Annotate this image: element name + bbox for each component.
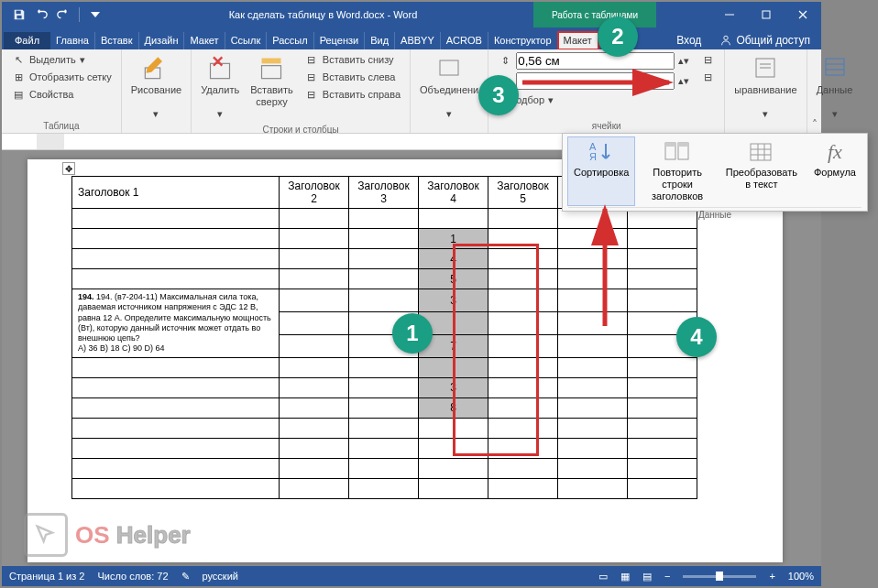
svg-rect-1 xyxy=(16,16,21,19)
save-button[interactable] xyxy=(9,5,29,25)
tab-review[interactable]: Рецензи xyxy=(314,32,366,49)
svg-rect-21 xyxy=(751,144,771,160)
cursor-icon: ↖ xyxy=(11,52,26,67)
svg-rect-6 xyxy=(262,66,281,79)
svg-rect-20 xyxy=(678,143,688,147)
svg-text:Я: Я xyxy=(589,151,597,162)
insert-above-icon xyxy=(257,53,286,82)
document-table[interactable]: Заголовок 1 Заголовок 2 Заголовок 3 Заго… xyxy=(71,176,697,499)
data-dropdown-panel: АЯ Сортировка Повторить строки заголовко… xyxy=(562,133,868,212)
sort-icon: АЯ xyxy=(587,139,616,165)
zoom-slider[interactable] xyxy=(683,575,756,578)
badge-3: 3 xyxy=(478,75,519,115)
delete-button[interactable]: Удалить▾ xyxy=(197,51,243,123)
badge-1: 1 xyxy=(392,313,433,354)
tab-table-design[interactable]: Конструктор xyxy=(488,32,558,49)
qat-customize[interactable] xyxy=(85,5,105,25)
svg-point-3 xyxy=(724,36,728,39)
page-indicator[interactable]: Страница 1 из 2 xyxy=(9,571,84,582)
ribbon-tabs: Файл Главна Вставк Дизайн Макет Ссылк Ра… xyxy=(2,27,821,49)
tab-view[interactable]: Вид xyxy=(365,32,395,49)
properties-icon: ▤ xyxy=(11,87,26,102)
row-height-input[interactable]: ⇕ ▴▾ xyxy=(494,51,693,71)
convert-to-text-button[interactable]: Преобразовать в текст xyxy=(720,137,803,205)
spellcheck-icon[interactable]: ✎ xyxy=(181,571,190,583)
repeat-headers-icon xyxy=(663,139,692,165)
group-cellsize-label: ячейки xyxy=(494,119,719,133)
autofit-button[interactable]: ⊞одбор ▾ xyxy=(494,92,693,108)
view-web[interactable]: ▤ xyxy=(642,571,652,583)
table-tools-contextual: Работа с таблицами xyxy=(533,2,656,27)
language-indicator[interactable]: русский xyxy=(203,571,238,582)
align-icon xyxy=(751,53,780,82)
draw-button[interactable]: Рисование▾ xyxy=(127,51,185,123)
tab-acrobat[interactable]: ACROB xyxy=(441,32,488,49)
tab-layout[interactable]: Макет xyxy=(184,32,225,49)
titlebar: Как сделать таблицу в Word.docx - Word Р… xyxy=(2,2,821,27)
zoom-level[interactable]: 100% xyxy=(788,571,814,582)
close-button[interactable] xyxy=(785,2,821,27)
select-button[interactable]: ↖Выделить ▾ xyxy=(7,51,115,68)
view-read[interactable]: ▭ xyxy=(598,571,608,583)
word-count[interactable]: Число слов: 72 xyxy=(97,571,168,582)
insert-right-button[interactable]: ⊟Вставить справа xyxy=(301,86,404,103)
collapse-ribbon[interactable]: ˄ xyxy=(812,118,818,131)
cursor-logo-icon xyxy=(24,513,68,557)
group-table-label: Таблица xyxy=(7,119,115,133)
svg-rect-19 xyxy=(665,143,675,147)
zoom-out[interactable]: − xyxy=(664,571,670,582)
view-print[interactable]: ▦ xyxy=(620,571,630,583)
tab-design[interactable]: Дизайн xyxy=(139,32,185,49)
ribbon: ↖Выделить ▾ ⊞Отобразить сетку ▤Свойства … xyxy=(2,49,821,134)
grid-icon: ⊞ xyxy=(11,70,26,84)
svg-rect-7 xyxy=(262,59,281,64)
data-icon xyxy=(820,53,850,82)
tab-references[interactable]: Ссылк xyxy=(225,32,268,49)
share-button[interactable]: Общий доступ xyxy=(710,31,819,49)
th-2[interactable]: Заголовок 2 xyxy=(280,177,349,209)
dropdown-group-label: Данные xyxy=(568,207,862,222)
statusbar: Страница 1 из 2 Число слов: 72 ✎ русский… xyxy=(2,566,821,586)
gridlines-button[interactable]: ⊞Отобразить сетку xyxy=(7,69,115,85)
th-4[interactable]: Заголовок 4 xyxy=(419,177,488,209)
watermark: OS Helper xyxy=(24,513,191,557)
tab-abbyy[interactable]: ABBYY xyxy=(395,32,441,49)
height-icon: ⇕ xyxy=(498,54,512,69)
maximize-button[interactable] xyxy=(748,2,785,27)
tab-mailings[interactable]: Рассыл xyxy=(267,32,313,49)
insert-below-icon: ⊟ xyxy=(304,52,319,67)
zoom-in[interactable]: + xyxy=(769,571,774,582)
table-move-handle[interactable]: ✥ xyxy=(62,162,75,175)
formula-button[interactable]: fx Формула xyxy=(808,137,862,205)
th-1[interactable]: Заголовок 1 xyxy=(72,177,280,209)
redo-button[interactable] xyxy=(53,5,73,25)
th-3[interactable]: Заголовок 3 xyxy=(349,177,419,209)
data-button[interactable]: Данные▾ xyxy=(813,51,857,123)
svg-rect-5 xyxy=(211,63,230,78)
tab-home[interactable]: Главна xyxy=(50,32,95,49)
distribute-rows[interactable]: ⊟ xyxy=(697,51,719,68)
undo-button[interactable] xyxy=(31,5,51,25)
insert-below-button[interactable]: ⊟Вставить снизу xyxy=(301,51,404,68)
document-title: Как сделать таблицу в Word.docx - Word xyxy=(113,9,533,20)
tab-insert[interactable]: Вставк xyxy=(95,32,139,49)
merge-icon xyxy=(434,53,464,82)
properties-button[interactable]: ▤Свойства xyxy=(7,86,115,103)
minimize-button[interactable] xyxy=(711,2,748,27)
col-width-input[interactable]: ⇔ ▴▾ xyxy=(494,71,693,91)
distribute-cols[interactable]: ⊟ xyxy=(697,69,719,85)
merge-button[interactable]: Объединени▾ xyxy=(416,51,482,123)
insert-left-button[interactable]: ⊟Вставить слева xyxy=(301,69,404,85)
th-5[interactable]: Заголовок 5 xyxy=(488,177,558,209)
problem-cell[interactable]: 194. 194. (в7-204-11) Максимальная сила … xyxy=(72,289,280,358)
svg-rect-12 xyxy=(826,59,844,75)
badge-2: 2 xyxy=(598,16,638,57)
sort-button[interactable]: АЯ Сортировка xyxy=(568,137,634,205)
tab-table-layout[interactable]: Макет xyxy=(558,32,598,49)
login-button[interactable]: Вход xyxy=(667,31,710,49)
insert-above-button[interactable]: Вставить сверху xyxy=(247,51,297,110)
alignment-button[interactable]: ыравнивание▾ xyxy=(730,51,800,123)
repeat-headers-button[interactable]: Повторить строки заголовков xyxy=(640,137,714,205)
tab-file[interactable]: Файл xyxy=(4,32,50,49)
formula-icon: fx xyxy=(820,139,850,165)
